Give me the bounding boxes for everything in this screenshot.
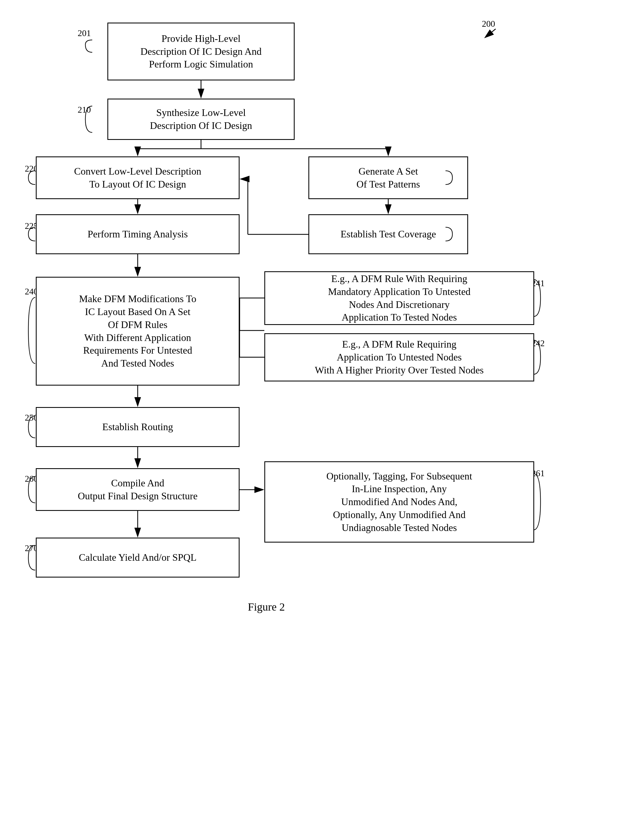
box-261: Optionally, Tagging, For Subsequent In-L… bbox=[264, 461, 534, 543]
svg-line-1 bbox=[486, 29, 496, 37]
box-210: Synthesize Low-Level Description Of IC D… bbox=[108, 99, 295, 140]
box-230: Generate A Set Of Test Patterns bbox=[308, 157, 468, 199]
box-261-text: Optionally, Tagging, For Subsequent In-L… bbox=[326, 470, 472, 534]
box-242-text: E.g., A DFM Rule Requiring Application T… bbox=[315, 338, 483, 377]
box-260: Compile And Output Final Design Structur… bbox=[36, 468, 239, 511]
box-241-text: E.g., A DFM Rule With Requiring Mandator… bbox=[328, 272, 471, 324]
flowchart-diagram: 200 201 Provide High-Level Description O… bbox=[0, 0, 619, 840]
box-220: Convert Low-Level Description To Layout … bbox=[36, 157, 239, 199]
box-250: Establish Routing bbox=[36, 407, 239, 447]
box-225: Perform Timing Analysis bbox=[36, 214, 239, 254]
box-210-text: Synthesize Low-Level Description Of IC D… bbox=[150, 106, 252, 132]
box-231-text: Establish Test Coverage bbox=[341, 228, 436, 241]
diagram-number: 200 bbox=[482, 19, 495, 29]
label-201: 201 bbox=[78, 28, 91, 38]
box-242: E.g., A DFM Rule Requiring Application T… bbox=[264, 333, 534, 381]
box-270: Calculate Yield And/or SPQL bbox=[36, 538, 239, 577]
box-260-text: Compile And Output Final Design Structur… bbox=[78, 477, 198, 503]
box-240-text: Make DFM Modifications To IC Layout Base… bbox=[79, 293, 196, 370]
box-220-text: Convert Low-Level Description To Layout … bbox=[74, 165, 201, 191]
box-225-text: Perform Timing Analysis bbox=[88, 228, 188, 241]
box-241: E.g., A DFM Rule With Requiring Mandator… bbox=[264, 271, 534, 325]
box-201-text: Provide High-Level Description Of IC Des… bbox=[141, 32, 262, 71]
box-250-text: Establish Routing bbox=[102, 420, 173, 433]
box-230-text: Generate A Set Of Test Patterns bbox=[357, 165, 420, 191]
box-240: Make DFM Modifications To IC Layout Base… bbox=[36, 277, 239, 386]
box-201: Provide High-Level Description Of IC Des… bbox=[108, 22, 295, 81]
box-270-text: Calculate Yield And/or SPQL bbox=[79, 551, 197, 564]
figure-label: Figure 2 bbox=[248, 600, 285, 613]
box-231: Establish Test Coverage bbox=[308, 214, 468, 254]
label-210: 210 bbox=[78, 105, 91, 115]
